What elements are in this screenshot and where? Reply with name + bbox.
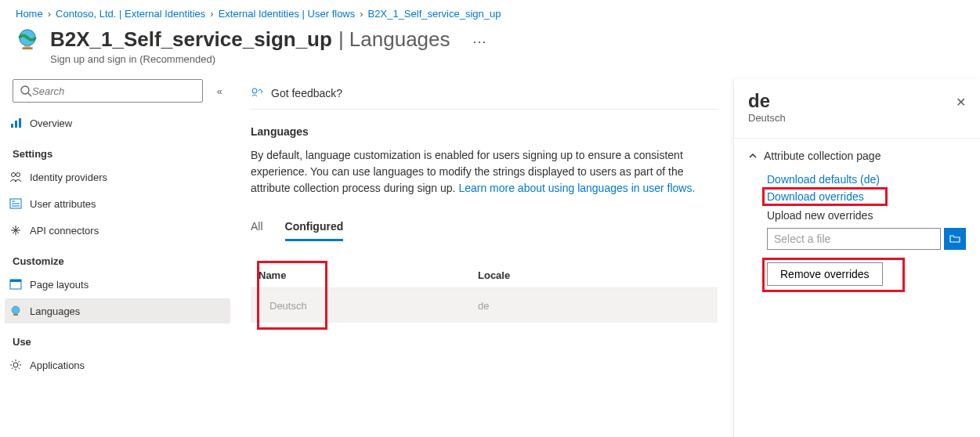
feedback-label: Got feedback? bbox=[271, 87, 342, 99]
sidebar-item-applications[interactable]: Applications bbox=[5, 352, 230, 377]
svg-rect-3 bbox=[22, 47, 32, 49]
collapse-sidebar-icon[interactable]: « bbox=[217, 85, 222, 97]
breadcrumb: Home › Contoso, Ltd. | External Identiti… bbox=[0, 0, 980, 24]
panel-title: de bbox=[748, 90, 786, 112]
cell-name: Deutsch bbox=[269, 300, 307, 312]
section-title: Languages bbox=[251, 125, 718, 138]
languages-table: Name Locale Deutsch de bbox=[251, 263, 718, 323]
svg-point-9 bbox=[12, 173, 16, 177]
sidebar-item-api-connectors[interactable]: API connectors bbox=[5, 218, 230, 243]
cell-locale: de bbox=[478, 300, 489, 312]
breadcrumb-current[interactable]: B2X_1_Self_service_sign_up bbox=[368, 8, 501, 20]
layout-icon bbox=[9, 278, 22, 291]
learn-more-link[interactable]: Learn more about using languages in user… bbox=[458, 182, 695, 194]
svg-rect-18 bbox=[13, 314, 18, 316]
sidebar-item-label: Applications bbox=[30, 359, 85, 371]
chart-icon bbox=[9, 117, 22, 129]
panel-section-label: Attribute collection page bbox=[764, 150, 881, 162]
page-subtitle: Sign up and sign in (Recommended) bbox=[50, 53, 488, 65]
upload-label: Upload new overrides bbox=[767, 209, 966, 222]
sidebar-item-label: API connectors bbox=[30, 225, 99, 237]
sidebar-item-user-attributes[interactable]: User attributes bbox=[5, 191, 230, 216]
sidebar-group-use: Use bbox=[13, 336, 222, 348]
th-locale[interactable]: Locale bbox=[478, 269, 510, 281]
search-input[interactable] bbox=[13, 79, 203, 103]
tab-configured[interactable]: Configured bbox=[285, 215, 344, 241]
sidebar-item-languages[interactable]: Languages bbox=[5, 298, 230, 323]
breadcrumb-tenant[interactable]: Contoso, Ltd. | External Identities bbox=[56, 8, 205, 20]
detail-panel: de Deutsch ✕ Attribute collection page D… bbox=[733, 79, 980, 437]
section-description: By default, language customization is en… bbox=[251, 147, 705, 197]
panel-subtitle: Deutsch bbox=[748, 112, 786, 124]
sidebar-group-settings: Settings bbox=[13, 148, 222, 160]
svg-point-4 bbox=[21, 86, 29, 94]
page-header: B2X_1_Self_service_sign_up | Languages ⋯… bbox=[0, 24, 980, 79]
tabs: All Configured bbox=[251, 215, 718, 241]
tab-all[interactable]: All bbox=[251, 215, 263, 241]
breadcrumb-home[interactable]: Home bbox=[16, 8, 43, 20]
sidebar-group-customize: Customize bbox=[13, 255, 222, 267]
panel-section-toggle[interactable]: Attribute collection page bbox=[748, 150, 966, 162]
svg-point-10 bbox=[16, 173, 20, 177]
svg-rect-2 bbox=[24, 45, 31, 47]
download-defaults-link[interactable]: Download defaults (de) bbox=[767, 173, 966, 186]
svg-line-5 bbox=[28, 93, 31, 96]
chevron-up-icon bbox=[748, 151, 758, 161]
sidebar-item-overview[interactable]: Overview bbox=[5, 110, 230, 135]
svg-point-17 bbox=[12, 306, 20, 314]
folder-icon bbox=[949, 233, 961, 245]
browse-file-button[interactable] bbox=[944, 228, 966, 250]
sidebar: « Overview Settings Identity providers U… bbox=[0, 79, 235, 437]
sidebar-item-label: User attributes bbox=[30, 198, 96, 210]
file-select-input[interactable]: Select a file bbox=[767, 228, 941, 250]
svg-rect-16 bbox=[10, 280, 21, 282]
feedback-button[interactable]: Got feedback? bbox=[251, 79, 718, 110]
svg-point-19 bbox=[13, 363, 18, 367]
search-field[interactable] bbox=[32, 85, 196, 97]
breadcrumb-userflows[interactable]: External Identities | User flows bbox=[219, 8, 356, 20]
page-title: B2X_1_Self_service_sign_up bbox=[50, 27, 332, 52]
sidebar-item-label: Overview bbox=[30, 117, 72, 129]
breadcrumb-sep: › bbox=[360, 8, 363, 20]
sidebar-item-identity-providers[interactable]: Identity providers bbox=[5, 164, 230, 190]
svg-rect-6 bbox=[11, 124, 13, 128]
gear-icon bbox=[9, 359, 22, 371]
close-icon[interactable]: ✕ bbox=[956, 95, 966, 110]
more-menu-icon[interactable]: ⋯ bbox=[472, 33, 488, 50]
th-name[interactable]: Name bbox=[259, 269, 478, 281]
sidebar-item-label: Identity providers bbox=[30, 172, 107, 183]
breadcrumb-sep: › bbox=[210, 8, 213, 20]
connectors-icon bbox=[9, 224, 22, 237]
page-title-section: | Languages bbox=[338, 27, 450, 52]
svg-point-20 bbox=[252, 88, 257, 93]
download-overrides-link[interactable]: Download overrides bbox=[767, 190, 864, 203]
main-content: Got feedback? Languages By default, lang… bbox=[235, 79, 733, 437]
sidebar-item-page-layouts[interactable]: Page layouts bbox=[5, 272, 230, 297]
globe-small-icon bbox=[9, 305, 22, 317]
feedback-icon bbox=[251, 87, 263, 99]
sidebar-item-label: Languages bbox=[30, 305, 80, 317]
sidebar-item-label: Page layouts bbox=[30, 279, 89, 291]
svg-rect-7 bbox=[15, 121, 17, 128]
globe-icon bbox=[16, 27, 39, 51]
svg-rect-8 bbox=[19, 118, 21, 128]
form-icon bbox=[9, 197, 22, 210]
remove-overrides-button[interactable]: Remove overrides bbox=[767, 262, 883, 286]
breadcrumb-sep: › bbox=[48, 8, 51, 20]
search-icon bbox=[20, 85, 32, 97]
table-row[interactable]: Deutsch de bbox=[251, 288, 718, 323]
users-icon bbox=[9, 171, 22, 183]
